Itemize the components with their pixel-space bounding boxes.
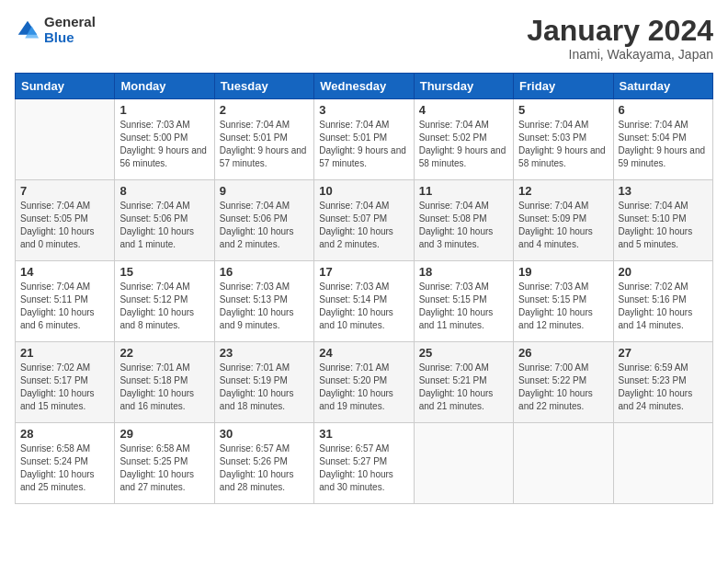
- week-row-5: 28Sunrise: 6:58 AMSunset: 5:24 PMDayligh…: [16, 423, 713, 504]
- header-row: SundayMondayTuesdayWednesdayThursdayFrid…: [16, 74, 713, 99]
- day-number: 5: [518, 103, 608, 117]
- day-info: Sunrise: 6:57 AMSunset: 5:27 PMDaylight:…: [319, 442, 408, 494]
- day-number: 9: [220, 184, 309, 198]
- day-number: 28: [20, 427, 109, 441]
- day-number: 16: [220, 265, 309, 279]
- day-number: 30: [220, 427, 309, 441]
- day-cell: 30Sunrise: 6:57 AMSunset: 5:26 PMDayligh…: [214, 423, 313, 504]
- day-cell: 1Sunrise: 7:03 AMSunset: 5:00 PMDaylight…: [115, 99, 214, 180]
- day-info: Sunrise: 7:04 AMSunset: 5:06 PMDaylight:…: [220, 200, 309, 251]
- day-cell: 15Sunrise: 7:04 AMSunset: 5:12 PMDayligh…: [115, 261, 214, 342]
- day-cell: 24Sunrise: 7:01 AMSunset: 5:20 PMDayligh…: [314, 342, 414, 423]
- day-number: 18: [419, 265, 508, 279]
- day-info: Sunrise: 7:04 AMSunset: 5:04 PMDaylight:…: [619, 119, 708, 170]
- day-cell: 20Sunrise: 7:02 AMSunset: 5:16 PMDayligh…: [613, 261, 712, 342]
- day-cell: 11Sunrise: 7:04 AMSunset: 5:08 PMDayligh…: [414, 180, 513, 261]
- logo-blue-text: Blue: [44, 30, 96, 46]
- day-info: Sunrise: 7:04 AMSunset: 5:01 PMDaylight:…: [319, 119, 408, 170]
- day-info: Sunrise: 7:04 AMSunset: 5:10 PMDaylight:…: [619, 200, 708, 251]
- day-number: 1: [119, 103, 209, 117]
- day-cell: 23Sunrise: 7:01 AMSunset: 5:19 PMDayligh…: [214, 342, 313, 423]
- day-number: 29: [119, 427, 209, 441]
- header-cell-saturday: Saturday: [613, 74, 712, 99]
- day-number: 21: [20, 346, 109, 360]
- day-info: Sunrise: 7:00 AMSunset: 5:21 PMDaylight:…: [419, 362, 508, 413]
- day-info: Sunrise: 7:04 AMSunset: 5:07 PMDaylight:…: [319, 200, 408, 251]
- day-cell: 13Sunrise: 7:04 AMSunset: 5:10 PMDayligh…: [613, 180, 712, 261]
- header-cell-monday: Monday: [115, 74, 214, 99]
- logo-icon: [15, 17, 40, 43]
- day-cell: 6Sunrise: 7:04 AMSunset: 5:04 PMDaylight…: [613, 99, 712, 180]
- day-info: Sunrise: 7:03 AMSunset: 5:13 PMDaylight:…: [220, 281, 309, 332]
- day-cell: 12Sunrise: 7:04 AMSunset: 5:09 PMDayligh…: [514, 180, 613, 261]
- day-number: 26: [518, 346, 608, 360]
- day-cell: [613, 423, 712, 504]
- day-cell: 5Sunrise: 7:04 AMSunset: 5:03 PMDaylight…: [514, 99, 613, 180]
- day-info: Sunrise: 7:04 AMSunset: 5:05 PMDaylight:…: [20, 200, 109, 251]
- header-cell-thursday: Thursday: [414, 74, 513, 99]
- logo-text: General Blue: [44, 15, 96, 45]
- day-info: Sunrise: 7:03 AMSunset: 5:15 PMDaylight:…: [518, 281, 608, 332]
- day-number: 2: [220, 103, 309, 117]
- day-number: 13: [619, 184, 708, 198]
- day-cell: 19Sunrise: 7:03 AMSunset: 5:15 PMDayligh…: [514, 261, 613, 342]
- page-header: General Blue January 2024 Inami, Wakayam…: [15, 15, 713, 62]
- day-cell: 7Sunrise: 7:04 AMSunset: 5:05 PMDaylight…: [16, 180, 115, 261]
- header-cell-wednesday: Wednesday: [314, 74, 414, 99]
- day-cell: 27Sunrise: 6:59 AMSunset: 5:23 PMDayligh…: [613, 342, 712, 423]
- day-info: Sunrise: 7:04 AMSunset: 5:12 PMDaylight:…: [119, 281, 209, 332]
- day-cell: 21Sunrise: 7:02 AMSunset: 5:17 PMDayligh…: [16, 342, 115, 423]
- day-cell: 8Sunrise: 7:04 AMSunset: 5:06 PMDaylight…: [115, 180, 214, 261]
- day-info: Sunrise: 6:59 AMSunset: 5:23 PMDaylight:…: [619, 362, 708, 413]
- day-info: Sunrise: 7:01 AMSunset: 5:20 PMDaylight:…: [319, 362, 408, 413]
- calendar-table: SundayMondayTuesdayWednesdayThursdayFrid…: [15, 73, 713, 504]
- day-number: 31: [319, 427, 408, 441]
- week-row-3: 14Sunrise: 7:04 AMSunset: 5:11 PMDayligh…: [16, 261, 713, 342]
- day-cell: 31Sunrise: 6:57 AMSunset: 5:27 PMDayligh…: [314, 423, 414, 504]
- day-info: Sunrise: 7:03 AMSunset: 5:15 PMDaylight:…: [419, 281, 508, 332]
- day-info: Sunrise: 7:04 AMSunset: 5:11 PMDaylight:…: [20, 281, 109, 332]
- day-info: Sunrise: 7:04 AMSunset: 5:01 PMDaylight:…: [220, 119, 309, 170]
- day-info: Sunrise: 7:03 AMSunset: 5:14 PMDaylight:…: [319, 281, 408, 332]
- day-info: Sunrise: 7:04 AMSunset: 5:08 PMDaylight:…: [419, 200, 508, 251]
- day-number: 3: [319, 103, 408, 117]
- day-cell: 3Sunrise: 7:04 AMSunset: 5:01 PMDaylight…: [314, 99, 414, 180]
- day-info: Sunrise: 6:57 AMSunset: 5:26 PMDaylight:…: [220, 442, 309, 494]
- calendar-subtitle: Inami, Wakayama, Japan: [527, 47, 713, 62]
- day-number: 22: [119, 346, 209, 360]
- day-cell: 16Sunrise: 7:03 AMSunset: 5:13 PMDayligh…: [214, 261, 313, 342]
- day-cell: 4Sunrise: 7:04 AMSunset: 5:02 PMDaylight…: [414, 99, 513, 180]
- day-number: 20: [619, 265, 708, 279]
- day-number: 25: [419, 346, 508, 360]
- day-cell: 17Sunrise: 7:03 AMSunset: 5:14 PMDayligh…: [314, 261, 414, 342]
- day-cell: 2Sunrise: 7:04 AMSunset: 5:01 PMDaylight…: [214, 99, 313, 180]
- day-cell: 22Sunrise: 7:01 AMSunset: 5:18 PMDayligh…: [115, 342, 214, 423]
- day-number: 17: [319, 265, 408, 279]
- day-info: Sunrise: 6:58 AMSunset: 5:25 PMDaylight:…: [119, 442, 209, 494]
- week-row-2: 7Sunrise: 7:04 AMSunset: 5:05 PMDaylight…: [16, 180, 713, 261]
- day-cell: 29Sunrise: 6:58 AMSunset: 5:25 PMDayligh…: [115, 423, 214, 504]
- day-info: Sunrise: 7:01 AMSunset: 5:19 PMDaylight:…: [220, 362, 309, 413]
- day-number: 11: [419, 184, 508, 198]
- day-info: Sunrise: 7:00 AMSunset: 5:22 PMDaylight:…: [518, 362, 608, 413]
- logo: General Blue: [15, 15, 96, 45]
- day-cell: 14Sunrise: 7:04 AMSunset: 5:11 PMDayligh…: [16, 261, 115, 342]
- day-cell: 10Sunrise: 7:04 AMSunset: 5:07 PMDayligh…: [314, 180, 414, 261]
- logo-general-text: General: [44, 15, 96, 30]
- day-cell: 18Sunrise: 7:03 AMSunset: 5:15 PMDayligh…: [414, 261, 513, 342]
- day-info: Sunrise: 7:01 AMSunset: 5:18 PMDaylight:…: [119, 362, 209, 413]
- week-row-1: 1Sunrise: 7:03 AMSunset: 5:00 PMDaylight…: [16, 99, 713, 180]
- day-number: 15: [119, 265, 209, 279]
- title-block: January 2024 Inami, Wakayama, Japan: [527, 15, 713, 62]
- day-cell: 25Sunrise: 7:00 AMSunset: 5:21 PMDayligh…: [414, 342, 513, 423]
- header-cell-sunday: Sunday: [16, 74, 115, 99]
- day-info: Sunrise: 7:02 AMSunset: 5:16 PMDaylight:…: [619, 281, 708, 332]
- day-cell: [514, 423, 613, 504]
- day-cell: 9Sunrise: 7:04 AMSunset: 5:06 PMDaylight…: [214, 180, 313, 261]
- day-cell: [16, 99, 115, 180]
- day-number: 23: [220, 346, 309, 360]
- day-number: 27: [619, 346, 708, 360]
- day-info: Sunrise: 7:04 AMSunset: 5:02 PMDaylight:…: [419, 119, 508, 170]
- day-number: 24: [319, 346, 408, 360]
- day-info: Sunrise: 6:58 AMSunset: 5:24 PMDaylight:…: [20, 442, 109, 494]
